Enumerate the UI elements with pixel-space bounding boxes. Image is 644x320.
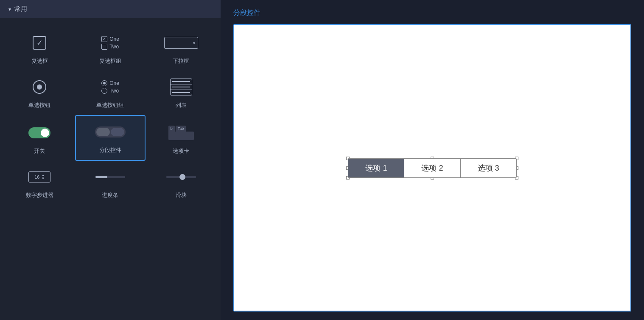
slider-icon [166,167,196,187]
segmented-control[interactable]: 选项 1 选项 2 选项 3 [348,158,516,178]
preview-canvas: 选项 1 选项 2 选项 3 [233,24,631,312]
chevron-icon: ▾ [8,6,11,12]
tab-icon: b Tab [168,123,194,143]
widget-cell-slider[interactable]: 滑块 [146,161,216,205]
widget-label-dropdown: 下拉框 [173,57,189,65]
widget-label-stepper: 数字步进器 [26,191,53,199]
radio-group-icon: One Two [101,77,119,97]
segmented-icon [95,122,126,142]
widget-label-segmented: 分段控件 [99,146,121,154]
stepper-icon: 16 ▲ ▼ [28,167,50,187]
toggle-icon [28,123,50,143]
widget-label-tab: 选项卡 [173,147,189,155]
progress-icon [95,167,125,187]
checkbox-icon: ✓ [33,33,46,53]
widget-label-checkbox: 复选框 [31,57,48,65]
widget-cell-progress[interactable]: 进度条 [75,161,146,205]
widget-label-radio: 单选按钮 [28,101,50,109]
widget-label-toggle: 开关 [34,147,45,155]
radio-icon [33,77,46,97]
sidebar-title: 常用 [14,5,27,13]
widget-label-checkbox-group: 复选框组 [99,57,121,65]
widget-label-slider: 滑块 [176,191,187,199]
widget-cell-tab[interactable]: b Tab 选项卡 [146,115,216,161]
widget-cell-list[interactable]: 列表 [146,71,216,115]
seg-option-3[interactable]: 选项 3 [461,159,516,177]
widget-cell-stepper[interactable]: 16 ▲ ▼ 数字步进器 [4,161,75,205]
widget-cell-checkbox-group[interactable]: ✓ One Two 复选框组 [75,27,146,71]
widget-cell-radio[interactable]: 单选按钮 [4,71,75,115]
sidebar: ▾ 常用 ✓ 复选框 ✓ One Two [0,0,221,320]
widget-cell-radio-group[interactable]: One Two 单选按钮组 [75,71,146,115]
seg-option-1[interactable]: 选项 1 [348,159,404,177]
widget-label-list: 列表 [176,101,187,109]
checkbox-group-icon: ✓ One Two [101,33,119,53]
dropdown-icon [164,33,198,53]
widget-label-progress: 进度条 [102,191,118,199]
widget-cell-toggle[interactable]: 开关 [4,115,75,161]
preview-title: 分段控件 [233,8,631,17]
widget-cell-dropdown[interactable]: 下拉框 [146,27,216,71]
widget-cell-checkbox[interactable]: ✓ 复选框 [4,27,75,71]
segmented-selection-wrapper: 选项 1 选项 2 选项 3 [348,158,516,178]
widget-cell-segmented[interactable]: 分段控件 [75,115,146,161]
seg-option-2[interactable]: 选项 2 [404,159,460,177]
widget-label-radio-group: 单选按钮组 [96,101,124,109]
preview-area: 分段控件 选项 1 选项 2 选项 3 [221,0,644,320]
sidebar-header: ▾ 常用 [0,0,221,18]
list-icon [170,77,192,97]
widget-grid: ✓ 复选框 ✓ One Two 复选框组 [0,18,221,213]
